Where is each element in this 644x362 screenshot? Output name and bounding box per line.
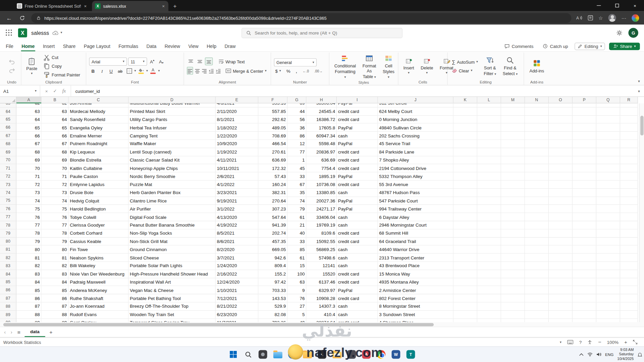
cell-C70[interactable]: Blondie Estrella	[68, 156, 128, 164]
cell-J75[interactable]: 547 Parkside Court	[378, 197, 453, 205]
cell-K68[interactable]	[453, 140, 477, 148]
cell-O80[interactable]	[549, 237, 573, 245]
find-select-button[interactable]: Find &Select ▾	[501, 55, 520, 77]
cell-D86[interactable]: Vegan Mac & Cheese	[128, 286, 216, 294]
cell-K64[interactable]	[453, 108, 477, 116]
favorites-bar-icon[interactable]	[588, 15, 593, 20]
cell-C89[interactable]: Rudolf Evans	[68, 311, 128, 319]
cell-L88[interactable]	[477, 302, 501, 310]
menu-tab-home[interactable]: Home	[21, 41, 35, 51]
cell-J66[interactable]: 49840 Sullivan Circle	[378, 124, 453, 132]
cell-Q83[interactable]	[596, 262, 620, 270]
cell-H71[interactable]: 7754.4	[306, 164, 337, 172]
cell-A63[interactable]: 62	[16, 104, 42, 108]
keyboard-icon[interactable]	[567, 340, 573, 344]
row-header-70[interactable]: 70	[0, 156, 16, 164]
cell-N75[interactable]	[525, 197, 549, 205]
row-header-67[interactable]: 67	[0, 132, 16, 140]
row-header-80[interactable]: 80	[0, 237, 16, 245]
cell-O70[interactable]	[549, 156, 573, 164]
cell-C83[interactable]: Billi Wakeley	[68, 262, 128, 270]
cell-N86[interactable]	[525, 286, 549, 294]
cell-L66[interactable]	[477, 124, 501, 132]
align-bottom-button[interactable]	[205, 57, 213, 65]
cell-H63[interactable]: 38306.04	[306, 104, 337, 108]
cell-I67[interactable]: cash	[337, 132, 378, 140]
column-header-F[interactable]: F	[258, 97, 287, 104]
cell-A77[interactable]: 76	[16, 213, 42, 221]
folder-icon[interactable]	[302, 349, 313, 360]
paste-button[interactable]: Paste▾	[24, 56, 39, 76]
cell-K70[interactable]	[453, 156, 477, 164]
cell-Q90[interactable]	[596, 319, 620, 322]
cell-G80[interactable]: 33	[287, 237, 306, 245]
cell-N87[interactable]	[525, 294, 549, 302]
merge-center-button[interactable]: Merge & Center▾	[224, 68, 268, 74]
undo-icon[interactable]	[8, 59, 15, 65]
cell-K83[interactable]	[453, 262, 477, 270]
cell-B70[interactable]: 69	[42, 156, 69, 164]
cell-H85[interactable]: 6137.46	[306, 278, 337, 286]
cell-C78[interactable]: Clerissa Goodyer	[68, 221, 128, 229]
percent-style-button[interactable]: %	[285, 68, 291, 74]
cell-L85[interactable]	[477, 278, 501, 286]
cell-B81[interactable]: 80	[42, 246, 69, 254]
cell-L86[interactable]	[477, 286, 501, 294]
cell-B64[interactable]: 63	[42, 108, 69, 116]
cell-J86[interactable]: 2 Armistice Center	[378, 286, 453, 294]
cell-P79[interactable]	[573, 229, 596, 237]
share-button[interactable]: Share▾	[609, 43, 640, 50]
favorite-star-icon[interactable]: ☆	[598, 15, 603, 21]
cell-C88[interactable]: Jo-ann Koenraad	[68, 302, 128, 310]
cell-A87[interactable]: 86	[16, 294, 42, 302]
taskbar-search-button[interactable]	[243, 349, 253, 360]
cell-A73[interactable]: 72	[16, 181, 42, 189]
cell-E76[interactable]: 3/1/2022	[216, 205, 258, 213]
cell-C64[interactable]: Mordecai Mellody	[68, 108, 128, 116]
font-family-select[interactable]: Arial▾	[89, 57, 127, 65]
cell-L67[interactable]	[477, 132, 501, 140]
vertical-scrollbar-thumb[interactable]	[640, 116, 644, 135]
cell-B89[interactable]: 88	[42, 311, 69, 319]
cell-I65[interactable]: credit card	[337, 116, 378, 124]
cell-F81[interactable]: 669.05	[258, 246, 287, 254]
cell-I80[interactable]: credit card	[337, 237, 378, 245]
horizontal-scrollbar[interactable]	[0, 322, 644, 327]
cell-J80[interactable]: 64 Graceland Trail	[378, 237, 453, 245]
row-header-85[interactable]: 85	[0, 278, 16, 286]
cell-B63[interactable]: 62	[42, 104, 69, 108]
cell-P84[interactable]	[573, 270, 596, 278]
cell-B82[interactable]: 81	[42, 254, 69, 262]
cell-A69[interactable]: 68	[16, 148, 42, 156]
cell-N79[interactable]	[525, 229, 549, 237]
cell-L87[interactable]	[477, 294, 501, 302]
decrease-font-icon[interactable]: A▾	[157, 57, 165, 65]
cell-A76[interactable]: 75	[16, 205, 42, 213]
cell-G75[interactable]: 74	[287, 197, 306, 205]
cell-E89[interactable]: 6/23/2020	[216, 311, 258, 319]
cell-P78[interactable]	[573, 221, 596, 229]
cell-R79[interactable]	[620, 229, 638, 237]
cell-J65[interactable]: 0 Morning Junction	[378, 116, 453, 124]
cell-R70[interactable]	[620, 156, 638, 164]
row-header-65[interactable]: 65	[0, 116, 16, 124]
cell-O79[interactable]	[549, 229, 573, 237]
cell-B88[interactable]: 87	[42, 302, 69, 310]
cell-A70[interactable]: 69	[16, 156, 42, 164]
cell-I63[interactable]: PayPal	[337, 104, 378, 108]
cell-B69[interactable]: 68	[42, 148, 69, 156]
cut-button[interactable]: Cut	[42, 54, 82, 61]
cell-A68[interactable]: 67	[16, 140, 42, 148]
browser-menu-icon[interactable]: ···	[622, 15, 627, 21]
cell-D85[interactable]: Inspirational Wall Art	[128, 278, 216, 286]
cell-J70[interactable]: 7 Shopko Alley	[378, 156, 453, 164]
cell-A88[interactable]: 87	[16, 302, 42, 310]
cell-A84[interactable]: 83	[16, 270, 42, 278]
cell-G69[interactable]: 77	[287, 148, 306, 156]
cell-F89[interactable]: 82.08	[258, 311, 287, 319]
cell-K81[interactable]	[453, 246, 477, 254]
cell-P83[interactable]	[573, 262, 596, 270]
cell-E71[interactable]: 10/11/2021	[216, 164, 258, 172]
cell-G64[interactable]: 44	[287, 108, 306, 116]
cell-F75[interactable]: 270.64	[258, 197, 287, 205]
